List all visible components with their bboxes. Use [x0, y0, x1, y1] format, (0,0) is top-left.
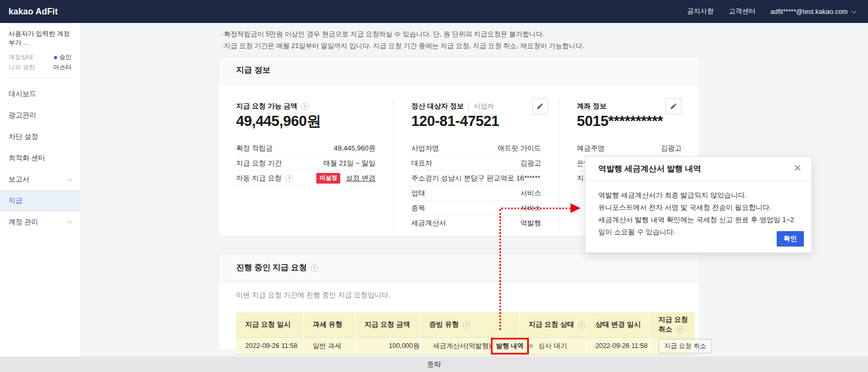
issuance-history-button[interactable]: 발행 내역 — [491, 338, 529, 354]
truncation-strip: 중략 — [0, 357, 868, 372]
bank-account-label: 계좌 정보 — [577, 101, 607, 111]
auto-request-row: 자동 지급 요청 ? 미설정 설정 변경 — [236, 171, 376, 186]
sidebar: 사용자가 입력한 계정 부가 ... 계정상태 승인 나의 권한 마스터 대시보… — [0, 23, 80, 357]
cancel-request-button[interactable]: 지급 요청 취소 — [659, 339, 713, 353]
chevron-down-icon — [67, 218, 73, 224]
cell-request-status: 심사 대기 — [519, 337, 586, 354]
business-name-row: 사업자명 애드핏 가이드 — [411, 141, 541, 156]
account-role-row: 나의 권한 마스터 — [0, 62, 80, 73]
pending-requests-description: 이번 지급 요청 기간에 진행 중인 지급 요청입니다. — [236, 290, 694, 300]
pending-requests-card: 진행 중인 지급 요청 ? 이번 지급 요청 기간에 진행 중인 지급 요청입니… — [218, 254, 700, 351]
nav-notice-link[interactable]: 공지사항 — [687, 7, 714, 16]
annotation-dotted-line-vertical — [499, 209, 501, 330]
status-dot-icon — [54, 56, 57, 59]
account-email: adfit*****@test.kakao.com — [770, 8, 848, 15]
business-info-label: 정산 대상자 정보 — [411, 101, 464, 111]
edit-business-button[interactable] — [532, 98, 548, 114]
payment-info-title: 지급 정보 — [236, 65, 270, 75]
edit-bank-account-button[interactable] — [666, 98, 682, 114]
account-role-label: 나의 권한 — [9, 64, 35, 72]
col-request-amount: 지급 요청 금액 — [355, 312, 420, 337]
sidebar-item-ad-management[interactable]: 광고관리 — [0, 105, 80, 126]
sidebar-item-account-management[interactable]: 계정 관리 — [0, 211, 80, 233]
col-tax-type: 과세 유형 — [303, 312, 355, 337]
table-header-row: 지급 요청 일시 과세 유형 지급 요청 금액 증빙 유형? 지급 요청 상태?… — [236, 312, 695, 337]
hint-line: ·확정적립금이 5만원 이상인 경우 현금으로 지급 요청하실 수 있습니다. … — [222, 28, 584, 40]
pencil-icon — [670, 102, 677, 110]
bank-account-value: 5015********** — [577, 112, 682, 130]
modal-body-line: 역발행 세금계산서가 최종 발급되지 않았습니다. — [598, 189, 799, 201]
modal-body: 역발행 세금계산서가 최종 발급되지 않았습니다. 유니포스트에서 전자 서명 … — [585, 181, 811, 238]
cell-request-datetime: 2022-09-26 11:58 — [236, 337, 303, 354]
chevron-down-icon — [67, 176, 73, 181]
help-icon[interactable]: ? — [578, 321, 585, 329]
annotation-dotted-line-horizontal — [501, 208, 572, 209]
account-status-value: 승인 — [59, 53, 72, 61]
table-row: 2022-09-26 11:58 일반 과세 100,000원 세금계산서(역발… — [236, 337, 695, 354]
help-icon[interactable]: ? — [311, 264, 318, 272]
payment-info-card-header: 지급 정보 — [218, 57, 699, 84]
help-icon[interactable]: ? — [301, 102, 309, 110]
available-amount-label: 지급 요청 가능 금액 — [236, 101, 298, 111]
business-info-column: 정산 대상자 정보 사업자 120-81-47521 사업자명 애드핏 가이드 … — [393, 100, 559, 231]
address-row: 주소 경기 성남시 분당구 판교역로 16******... — [411, 171, 541, 186]
kakao-adfit-logo[interactable]: kakao AdFit — [9, 7, 58, 17]
divider — [9, 78, 72, 78]
help-icon[interactable]: ? — [285, 175, 293, 182]
status-dot-icon — [529, 344, 533, 348]
annotation-arrow-icon — [570, 203, 581, 213]
confirmed-earnings-row: 확정 적립금 49,445,960원 — [236, 141, 376, 156]
account-holder-row: 예금주명 김광고 — [577, 141, 682, 156]
sidebar-item-reports[interactable]: 보고서 — [0, 169, 80, 190]
sidebar-item-optimization[interactable]: 최적화 센터 — [0, 147, 80, 169]
sidebar-item-block-settings[interactable]: 차단 설정 — [0, 126, 80, 147]
change-settings-link[interactable]: 설정 변경 — [346, 173, 376, 183]
cell-evidence-type: 세금계산서(역발행) 발행 내역 — [420, 337, 519, 354]
representative-row: 대표자 김광고 — [411, 156, 541, 171]
tax-invoice-row: 세금계산서 역발행 — [411, 216, 541, 231]
available-amount-column: 지급 요청 가능 금액 ? 49,445,960원 확정 적립금 49,445,… — [236, 100, 393, 231]
account-role-value: 마스터 — [53, 64, 72, 72]
business-type-sublabel: 사업자 — [468, 102, 494, 111]
modal-title: 역발행 세금계산서 발행 내역 — [598, 164, 701, 174]
col-status-changed: 상태 변경 일시 — [586, 312, 649, 337]
pencil-icon — [536, 102, 544, 110]
modal-body-line: 유니포스트에서 전자 서명 및 국세청 전송이 필요합니다. — [598, 201, 799, 213]
business-number-value: 120-81-47521 — [411, 112, 541, 130]
top-navbar: kakao AdFit 공지사항 고객센터 adfit*****@test.ka… — [0, 0, 868, 23]
help-icon[interactable]: ? — [463, 321, 470, 329]
tax-invoice-history-modal: 역발행 세금계산서 발행 내역 ✕ 역발행 세금계산서가 최종 발급되지 않았습… — [585, 156, 812, 253]
account-status-row: 계정상태 승인 — [0, 52, 80, 62]
sidebar-account-note: 사용자가 입력한 계정 부가 ... — [0, 23, 80, 52]
cell-tax-type: 일반 과세 — [303, 337, 355, 354]
nav-support-link[interactable]: 고객센터 — [729, 7, 755, 16]
cell-cancel: 지급 요청 취소 — [649, 337, 695, 354]
col-cancel: 지급 요청 취소? — [649, 312, 695, 337]
request-period-row: 지급 요청 기간 매월 21일 ~ 말일 — [236, 156, 376, 171]
cell-status-changed: 2022-09-26 11:58 — [586, 337, 649, 354]
col-evidence-type: 증빙 유형? — [420, 312, 519, 337]
col-request-status: 지급 요청 상태? — [519, 312, 586, 337]
available-amount-value: 49,445,960원 — [236, 112, 376, 130]
truncation-label: 중략 — [427, 360, 441, 369]
pending-requests-card-header: 진행 중인 지급 요청 ? — [218, 254, 699, 282]
hint-line: ·지급 요청 기간은 매월 21일부터 말일까지 입니다. 지급 요청 기간 중… — [222, 40, 584, 52]
close-icon[interactable]: ✕ — [791, 162, 804, 175]
col-request-datetime: 지급 요청 일시 — [236, 312, 303, 337]
pending-requests-title: 진행 중인 지급 요청 — [236, 263, 307, 273]
business-category-row: 업태 서비스 — [411, 186, 541, 201]
confirm-button[interactable]: 확인 — [777, 231, 804, 247]
cell-request-amount: 100,000원 — [355, 337, 420, 354]
modal-body-line: 세금계산서 발행 내역 확인에는 국세청 신고 완료 후 영업일 1~2일이 소… — [598, 213, 799, 238]
help-icon[interactable]: ? — [676, 326, 684, 334]
account-status-label: 계정상태 — [9, 53, 33, 61]
not-set-badge: 미설정 — [316, 173, 340, 184]
pending-requests-table: 지급 요청 일시 과세 유형 지급 요청 금액 증빙 유형? 지급 요청 상태?… — [236, 312, 695, 355]
chevron-down-icon — [851, 8, 857, 13]
payment-hints: ·확정적립금이 5만원 이상인 경우 현금으로 지급 요청하실 수 있습니다. … — [222, 28, 584, 52]
account-menu[interactable]: adfit*****@test.kakao.com — [770, 8, 855, 15]
modal-header: 역발행 세금계산서 발행 내역 — [585, 157, 811, 181]
sidebar-item-payment[interactable]: 지급 — [0, 190, 80, 211]
sidebar-item-dashboard[interactable]: 대시보드 — [0, 83, 80, 105]
